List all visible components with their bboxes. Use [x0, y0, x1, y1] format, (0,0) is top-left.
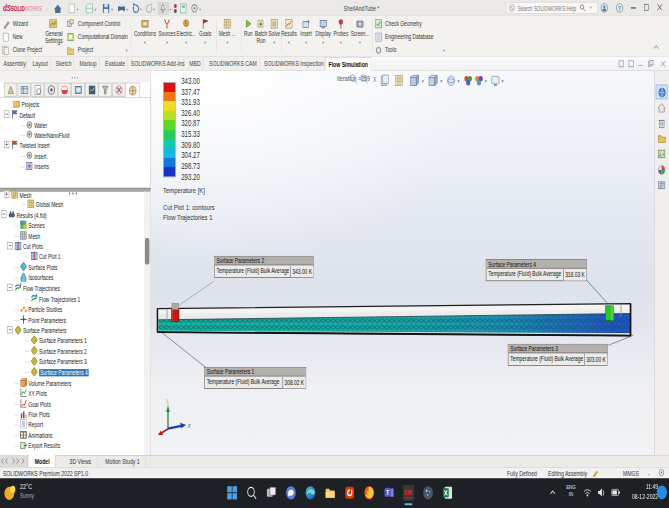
- svg-text:SW: SW: [404, 489, 412, 496]
- svg-text:x: x: [187, 422, 191, 429]
- svg-text:▾: ▾: [95, 6, 98, 12]
- svg-text:WORKS: WORKS: [24, 5, 42, 12]
- svg-text:▾: ▾: [153, 6, 156, 12]
- svg-text:▾: ▾: [169, 6, 172, 12]
- svg-text:▾: ▾: [111, 6, 114, 12]
- svg-text:y: y: [166, 396, 169, 403]
- svg-text:▾: ▾: [126, 6, 129, 12]
- svg-text:▾: ▾: [457, 79, 460, 85]
- svg-text:▾: ▾: [76, 6, 79, 12]
- svg-text:▾: ▾: [502, 79, 505, 85]
- svg-text:▾: ▾: [485, 79, 488, 85]
- svg-text:▾: ▾: [140, 6, 143, 12]
- svg-text:▾: ▾: [422, 79, 425, 85]
- svg-text:T: T: [386, 488, 389, 496]
- svg-text:SOLID: SOLID: [11, 5, 25, 12]
- svg-text:›: ›: [46, 5, 48, 12]
- svg-text:▾: ▾: [440, 79, 443, 85]
- svg-text:▾: ▾: [199, 6, 202, 12]
